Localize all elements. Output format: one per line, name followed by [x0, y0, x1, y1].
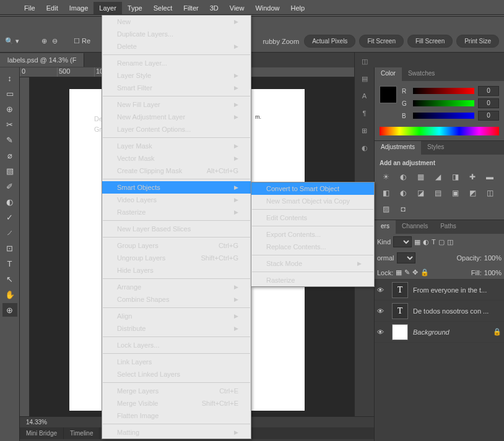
layer-row[interactable]: 👁TFrom everyone in the t...: [375, 280, 504, 301]
menu-item-delete[interactable]: Delete▶: [102, 40, 251, 53]
zoom-in-icon[interactable]: ⊕: [41, 37, 47, 45]
menu-view[interactable]: View: [224, 2, 250, 14]
tool-icon[interactable]: ▭: [2, 87, 17, 100]
tool-icon[interactable]: T: [2, 257, 17, 270]
tab-swatches[interactable]: Swatches: [402, 67, 441, 81]
tool-icon[interactable]: ✓: [2, 210, 17, 224]
dock-icon[interactable]: ◐: [355, 139, 374, 156]
menu-filter[interactable]: Filter: [178, 2, 204, 14]
visibility-icon[interactable]: 👁: [377, 307, 387, 315]
tab-minibridge[interactable]: Mini Bridge: [20, 427, 64, 439]
adjustment-icon[interactable]: ◘: [397, 203, 409, 215]
adjustment-icon[interactable]: ▤: [432, 187, 444, 199]
toolbar-fill-screen[interactable]: Fill Screen: [407, 35, 453, 48]
menu-type[interactable]: Type: [122, 2, 148, 14]
tab-timeline[interactable]: Timeline: [64, 427, 100, 439]
tool-icon[interactable]: ⊕: [2, 102, 17, 116]
dock-icon[interactable]: ◫: [355, 53, 374, 70]
tool-icon[interactable]: ◐: [2, 195, 17, 208]
tool-icon[interactable]: ✋: [2, 288, 17, 301]
menu-item-rename-layer-[interactable]: Rename Layer...: [102, 57, 251, 69]
adjustment-icon[interactable]: ✚: [466, 171, 479, 182]
menu-item-arrange[interactable]: Arrange▶: [102, 281, 251, 293]
adjustment-icon[interactable]: ◩: [466, 187, 479, 199]
menu-select[interactable]: Select: [148, 2, 178, 14]
adjustment-icon[interactable]: ◐: [397, 187, 409, 199]
fill-value[interactable]: 100%: [484, 269, 502, 276]
tool-icon[interactable]: ✎: [2, 133, 17, 147]
slider-b[interactable]: [413, 113, 474, 119]
adjustment-icon[interactable]: ☀: [380, 171, 392, 182]
menu-item-convert-to-smart-object[interactable]: Convert to Smart Object: [251, 182, 374, 195]
tool-icon[interactable]: ⊡: [2, 241, 17, 255]
document-tab[interactable]: labels.psd @ 14.3% (F: [0, 53, 84, 67]
menu-item-new-adjustment-layer[interactable]: New Adjustment Layer▶: [102, 111, 251, 123]
toolbar-fit-screen[interactable]: Fit Screen: [359, 35, 404, 48]
menu-item-flatten-image[interactable]: Flatten Image: [102, 409, 251, 422]
adjustment-icon[interactable]: ▦: [414, 171, 427, 182]
menu-item-new-fill-layer[interactable]: New Fill Layer▶: [102, 98, 251, 111]
adjustment-icon[interactable]: ◪: [414, 187, 427, 199]
value-r[interactable]: 0: [478, 86, 499, 96]
tab-channels[interactable]: Channels: [396, 220, 434, 234]
toolbar-actual-pixels[interactable]: Actual Pixels: [304, 35, 355, 48]
adjustment-icon[interactable]: ◫: [484, 187, 496, 199]
zoom-out-icon[interactable]: ⊖: [52, 37, 58, 45]
tab-styles[interactable]: Styles: [421, 141, 450, 155]
tab-adjustments[interactable]: Adjustments: [375, 141, 421, 155]
adjustment-icon[interactable]: ▬: [484, 171, 496, 182]
menu-layer[interactable]: Layer: [93, 2, 122, 14]
dock-icon[interactable]: A: [355, 87, 374, 105]
tool-icon[interactable]: ⌀: [2, 148, 17, 162]
menu-3d[interactable]: 3D: [204, 2, 224, 14]
layer-row[interactable]: 👁Background🔒: [375, 322, 504, 343]
menu-item-smart-objects[interactable]: Smart Objects▶: [102, 181, 251, 194]
layer-row[interactable]: 👁TDe todos nosotros con ...: [375, 301, 504, 322]
tab-color[interactable]: Color: [375, 67, 402, 81]
adjustment-icon[interactable]: ▣: [449, 187, 461, 199]
menu-help[interactable]: Help: [285, 2, 311, 14]
menu-item-video-layers[interactable]: Video Layers▶: [102, 194, 251, 206]
menu-item-align[interactable]: Align▶: [102, 310, 251, 322]
menu-item-create-clipping-mask[interactable]: Create Clipping MaskAlt+Ctrl+G: [102, 165, 251, 177]
menu-item-rasterize[interactable]: Rasterize▶: [102, 206, 251, 218]
menu-item-merge-visible[interactable]: Merge VisibleShift+Ctrl+E: [102, 397, 251, 409]
tool-icon[interactable]: ▧: [2, 164, 17, 178]
slider-r[interactable]: [413, 88, 474, 94]
layer-filter[interactable]: [393, 236, 412, 247]
adjustment-icon[interactable]: ◢: [432, 171, 444, 182]
tool-icon[interactable]: ⊕: [2, 303, 17, 317]
menu-item-new[interactable]: New▶: [102, 15, 251, 28]
foreground-swatch[interactable]: [380, 86, 397, 103]
dock-icon[interactable]: ⊞: [355, 122, 374, 139]
dock-icon[interactable]: ▤: [355, 70, 374, 87]
spectrum[interactable]: [380, 127, 499, 135]
tool-icon[interactable]: ↕: [2, 71, 17, 85]
adjustment-icon[interactable]: ◐: [397, 171, 409, 182]
menu-image[interactable]: Image: [64, 2, 94, 14]
menu-item-layer-style[interactable]: Layer Style▶: [102, 69, 251, 82]
toolbar-print-size[interactable]: Print Size: [456, 35, 499, 48]
tool-icon[interactable]: ✂: [2, 118, 17, 131]
tool-icon[interactable]: ✐: [2, 179, 17, 193]
blend-mode[interactable]: [397, 252, 415, 263]
menu-item-group-layers[interactable]: Group LayersCtrl+G: [102, 239, 251, 252]
adjustment-icon[interactable]: ◨: [449, 171, 461, 182]
tab-layers[interactable]: ers: [375, 220, 396, 234]
menu-item-matting[interactable]: Matting▶: [102, 426, 251, 439]
menu-file[interactable]: File: [19, 2, 41, 14]
menu-item-new-layer-based-slices[interactable]: New Layer Based Slices: [102, 223, 251, 235]
adjustment-icon[interactable]: ◧: [380, 187, 392, 199]
menu-item-merge-layers[interactable]: Merge LayersCtrl+E: [102, 385, 251, 397]
menu-edit[interactable]: Edit: [41, 2, 64, 14]
tool-icon[interactable]: ⟋: [2, 226, 17, 239]
value-g[interactable]: 0: [478, 98, 499, 108]
visibility-icon[interactable]: 👁: [377, 328, 387, 336]
menu-item-lock-layers-[interactable]: Lock Layers...: [102, 339, 251, 351]
visibility-icon[interactable]: 👁: [377, 286, 387, 294]
slider-g[interactable]: [413, 100, 474, 106]
value-b[interactable]: 0: [478, 111, 499, 121]
menu-window[interactable]: Window: [250, 2, 285, 14]
menu-item-ungroup-layers[interactable]: Ungroup LayersShift+Ctrl+G: [102, 252, 251, 264]
opacity-value[interactable]: 100%: [484, 254, 502, 262]
